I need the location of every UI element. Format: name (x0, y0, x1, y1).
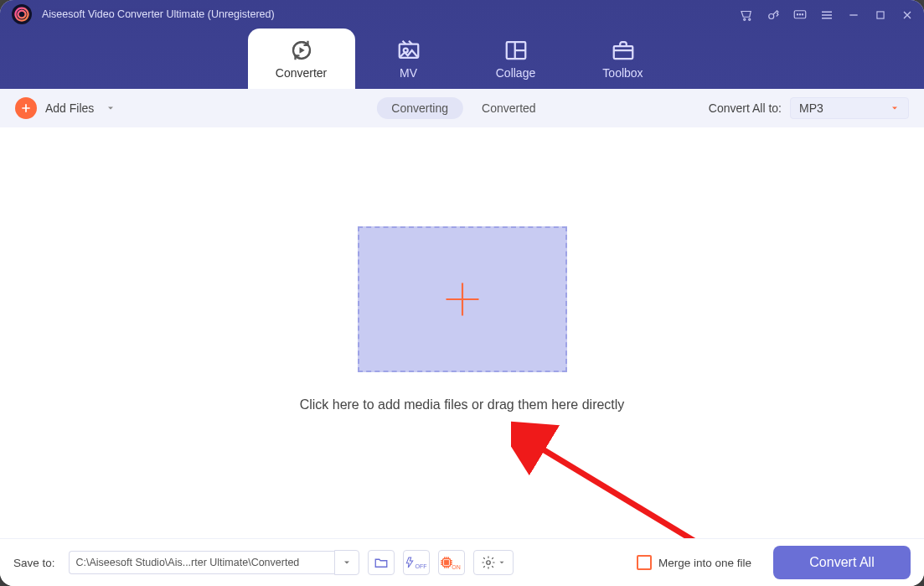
window-controls (735, 3, 919, 27)
cart-icon[interactable] (735, 3, 758, 27)
tab-converter-label: Converter (276, 66, 327, 80)
merge-label: Merge into one file (658, 557, 751, 569)
checkbox-icon (637, 555, 652, 570)
tab-collage[interactable]: Collage (462, 29, 570, 89)
svg-point-0 (744, 18, 746, 20)
converter-icon (289, 38, 314, 63)
menu-icon[interactable] (815, 3, 839, 27)
save-to-label: Save to: (13, 557, 55, 569)
svg-rect-13 (613, 46, 632, 59)
open-folder-button[interactable] (368, 550, 395, 575)
key-icon[interactable] (761, 3, 785, 27)
conversion-toggle: Converting Converted (376, 97, 547, 119)
svg-marker-9 (299, 47, 304, 54)
minimize-button[interactable] (842, 3, 865, 27)
add-files-button[interactable]: Add Files (15, 97, 116, 119)
gpu-on-label: ON (452, 564, 461, 570)
plus-icon (15, 97, 37, 119)
app-logo (12, 4, 32, 24)
toolbox-icon (611, 38, 636, 63)
main-tabs: Converter MV Collage Toolbox (0, 29, 924, 89)
app-title: Aiseesoft Video Converter Ultimate (Unre… (42, 8, 275, 20)
segment-converting[interactable]: Converting (376, 97, 463, 119)
tab-collage-label: Collage (496, 66, 535, 80)
settings-button[interactable] (473, 550, 514, 575)
svg-point-5 (799, 14, 800, 15)
feedback-icon[interactable] (788, 3, 812, 27)
add-files-label: Add Files (45, 101, 94, 115)
toolbar: Add Files Converting Converted Convert A… (0, 89, 924, 128)
svg-point-4 (797, 14, 798, 15)
dropzone-hint: Click here to add media files or drag th… (300, 397, 625, 412)
collage-icon (503, 38, 529, 63)
chevron-down-icon (890, 103, 900, 113)
segment-converted[interactable]: Converted (470, 97, 548, 119)
convert-all-button[interactable]: Convert All (773, 546, 911, 579)
tab-converter[interactable]: Converter (248, 29, 355, 89)
app-window: Aiseesoft Video Converter Ultimate (Unre… (0, 0, 924, 586)
mv-icon (396, 38, 421, 63)
close-button[interactable] (896, 3, 919, 27)
tab-mv-label: MV (400, 66, 417, 80)
svg-point-6 (802, 14, 803, 15)
svg-line-14 (534, 444, 704, 547)
svg-rect-7 (877, 12, 884, 18)
tab-toolbox-label: Toolbox (602, 66, 643, 80)
workspace: Click here to add media files or drag th… (0, 127, 924, 539)
convert-all-to: Convert All to: MP3 (709, 97, 909, 119)
hardware-accel-button[interactable]: OFF (403, 550, 430, 575)
svg-rect-16 (445, 561, 449, 565)
titlebar: Aiseesoft Video Converter Ultimate (Unre… (0, 0, 924, 89)
tab-mv[interactable]: MV (355, 29, 462, 89)
tab-toolbox[interactable]: Toolbox (570, 29, 677, 89)
gpu-button[interactable]: ON (438, 550, 465, 575)
merge-checkbox[interactable]: Merge into one file (637, 555, 751, 570)
svg-point-2 (769, 14, 774, 19)
output-format-select[interactable]: MP3 (790, 97, 909, 119)
bottombar: Save to: OFF ON Merge into one file Conv… (0, 538, 924, 586)
save-path-input[interactable] (69, 551, 334, 574)
maximize-button[interactable] (869, 3, 892, 27)
output-format-value: MP3 (799, 101, 823, 115)
accel-off-label: OFF (416, 563, 427, 569)
save-path-dropdown[interactable] (334, 550, 359, 575)
svg-point-17 (486, 561, 490, 565)
save-path-box (69, 550, 359, 575)
svg-point-1 (749, 18, 751, 20)
chevron-down-icon (106, 103, 116, 113)
dropzone[interactable] (358, 226, 567, 372)
convert-all-label: Convert All to: (709, 101, 782, 115)
